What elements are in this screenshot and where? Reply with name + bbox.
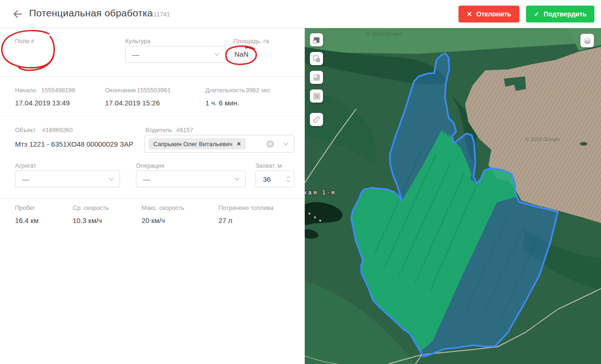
implement-label: Агрегат xyxy=(15,162,36,169)
select-separator xyxy=(278,139,279,149)
divider xyxy=(0,76,305,77)
building xyxy=(308,213,310,215)
overlap-squares-tool-icon xyxy=(313,55,321,63)
page: Потенциальная обработка #11741 ✕ Отклони… xyxy=(0,0,601,364)
area-value: NaN xyxy=(234,50,248,58)
start-label: Начало xyxy=(15,87,36,94)
fill-area-tool-button[interactable] xyxy=(310,71,323,84)
width-input[interactable] xyxy=(262,175,285,184)
start-timestamp: 1555498198 xyxy=(41,87,75,94)
object-id: #16969260 xyxy=(42,126,73,134)
select-area-tool-icon xyxy=(313,36,321,44)
avg-speed-value: 10.3 км/ч xyxy=(73,216,102,224)
max-speed-label: Макс. скорость xyxy=(142,204,184,211)
field-spot xyxy=(580,142,587,146)
ruler-tool-icon xyxy=(312,115,321,124)
duration-label: Длительность xyxy=(205,87,245,94)
end-timestamp: 1555503961 xyxy=(137,87,171,94)
culture-label: Культура xyxy=(125,37,150,45)
divider xyxy=(0,116,305,116)
fuel-value: 27 л xyxy=(218,216,233,224)
header: Потенциальная обработка #11741 ✕ Отклони… xyxy=(0,0,601,28)
field-number: # xyxy=(31,37,34,45)
confirm-label: Подтвердить xyxy=(544,10,587,18)
culture-select[interactable]: — xyxy=(125,46,225,63)
page-title: Потенциальная обработка xyxy=(29,7,153,19)
clear-icon[interactable]: ✕ xyxy=(266,140,274,148)
rows-tool-button[interactable] xyxy=(310,89,323,103)
chevron-down-icon xyxy=(214,53,219,56)
back-arrow-icon xyxy=(12,8,23,20)
layers-icon xyxy=(583,37,592,45)
driver-tag-label: Сапрыкин Олег Витальевич xyxy=(153,141,233,148)
object-value: Мтз 1221 - 6351ХО48 00000029 ЗАР xyxy=(15,140,133,148)
driver-tag: Сапрыкин Олег Витальевич ✕ xyxy=(149,138,246,149)
map-view[interactable]: © 2019 Google © 2019 Google © 2019 Googl… xyxy=(305,28,601,364)
width-input-wrap xyxy=(255,171,294,187)
reject-button[interactable]: ✕ Отклонить xyxy=(458,6,519,22)
rows-tool-icon xyxy=(313,92,321,100)
chevron-down-icon xyxy=(234,178,240,181)
satellite-map: © 2019 Google © 2019 Google © 2019 Googl… xyxy=(305,28,601,364)
start-value: 17.04.2019 13:49 xyxy=(15,99,70,107)
duration-seconds: 3962 sec xyxy=(246,87,270,94)
end-value: 17.04.2019 15:26 xyxy=(105,99,160,107)
operation-value: — xyxy=(143,175,234,183)
watermark-text: © 2019 Google xyxy=(525,136,560,142)
ruler-tool-button[interactable] xyxy=(310,113,323,126)
layers-button[interactable] xyxy=(580,34,594,47)
duration-value: 1 ч. 6 мин. xyxy=(205,99,239,107)
mileage-label: Пробег xyxy=(15,204,35,211)
width-label: Захват, м xyxy=(255,162,282,169)
select-area-tool-button[interactable] xyxy=(310,33,323,46)
check-icon: ✓ xyxy=(534,11,540,17)
driver-label: Водитель xyxy=(145,126,172,134)
close-icon: ✕ xyxy=(466,11,472,17)
fill-area-tool-icon xyxy=(313,74,321,82)
operation-label: Операция xyxy=(136,162,165,169)
spinner-down-icon[interactable] xyxy=(286,180,291,182)
details-panel: Поле # Культура Площадь, га — NaN Начало… xyxy=(0,28,305,364)
avg-speed-label: Ср. скорость xyxy=(73,204,109,211)
implement-select[interactable]: — xyxy=(15,171,120,187)
operation-select[interactable]: — xyxy=(136,171,246,187)
confirm-button[interactable]: ✓ Подтвердить xyxy=(526,6,594,22)
watermark-text: © 2019 Google xyxy=(307,106,342,111)
max-speed-value: 20 км/ч xyxy=(142,216,165,224)
driver-id: #8157 xyxy=(176,126,193,134)
culture-value: — xyxy=(132,51,214,59)
street-label: ная 1-я xyxy=(305,189,337,196)
watermark-text: © 2019 Google xyxy=(534,322,569,328)
field-label: Поле xyxy=(15,37,30,45)
area-label: Площадь, га xyxy=(233,37,269,45)
building xyxy=(319,220,321,222)
record-id: #11741 xyxy=(150,11,170,18)
mileage-value: 16.4 км xyxy=(15,216,38,224)
overlap-areas-tool-button[interactable] xyxy=(310,52,323,65)
watermark-text: © 2019 Google xyxy=(367,31,401,37)
object-label: Объект xyxy=(15,126,36,134)
tag-remove-icon[interactable]: ✕ xyxy=(237,141,241,147)
fuel-label: Потрачено топлива xyxy=(218,204,273,211)
spinner-up-icon[interactable] xyxy=(286,176,291,178)
building xyxy=(314,216,316,218)
stepper xyxy=(286,176,291,182)
chevron-down-icon xyxy=(109,178,114,181)
end-label: Окончание xyxy=(105,87,136,94)
driver-select[interactable]: Сапрыкин Олег Витальевич ✕ ✕ xyxy=(144,135,294,153)
implement-value: — xyxy=(22,175,109,183)
divider xyxy=(0,198,305,199)
reject-label: Отклонить xyxy=(476,10,511,18)
back-button[interactable] xyxy=(12,8,23,20)
chevron-down-icon xyxy=(283,142,288,146)
